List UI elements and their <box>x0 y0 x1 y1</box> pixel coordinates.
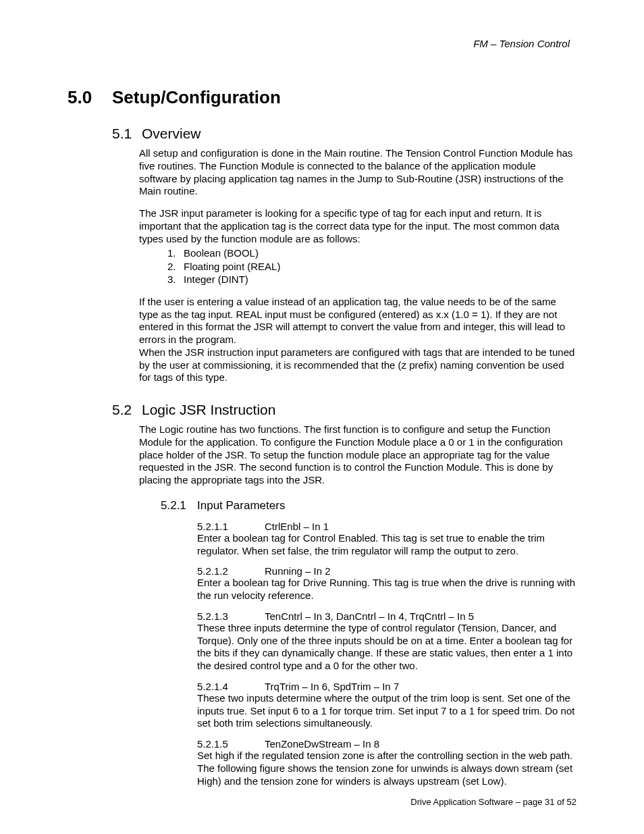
list-item-number: 3. <box>167 273 184 286</box>
heading-4-title: CtrlEnbl – In 1 <box>265 521 329 532</box>
heading-2-title: Overview <box>142 126 201 142</box>
heading-1-title: Setup/Configuration <box>112 87 281 108</box>
list-item-text: Boolean (BOOL) <box>184 246 259 260</box>
list-item-text: Floating point (REAL) <box>184 260 280 273</box>
paragraph: These three inputs determine the type of… <box>197 622 576 673</box>
heading-4-number: 5.2.1.1 <box>197 521 265 532</box>
document-page: FM – Tension Control 5.0 Setup/Configura… <box>0 0 644 834</box>
heading-3-number: 5.2.1 <box>161 499 197 513</box>
list-item: 2. Floating point (REAL) <box>167 260 576 273</box>
list-item-text: Integer (DINT) <box>184 273 248 286</box>
paragraph: The JSR input parameter is looking for a… <box>139 207 576 245</box>
paragraph: If the user is entering a value instead … <box>139 296 576 346</box>
heading-4-title: TenCntrl – In 3, DanCntrl – In 4, TrqCnt… <box>265 610 474 622</box>
heading-4: 5.2.1.3 TenCntrl – In 3, DanCntrl – In 4… <box>197 610 576 622</box>
paragraph: When the JSR instruction input parameter… <box>139 346 576 384</box>
heading-4: 5.2.1.4 TrqTrim – In 6, SpdTrim – In 7 <box>197 681 576 692</box>
heading-4-title: Running – In 2 <box>265 565 331 577</box>
list-item-number: 1. <box>167 246 184 260</box>
heading-4-number: 5.2.1.5 <box>197 738 265 750</box>
page-header-right: FM – Tension Control <box>68 38 576 49</box>
paragraph: These two inputs determine where the out… <box>197 692 576 730</box>
heading-4: 5.2.1.2 Running – In 2 <box>197 565 576 577</box>
heading-2-number: 5.1 <box>112 126 142 142</box>
heading-4-title: TrqTrim – In 6, SpdTrim – In 7 <box>265 681 399 692</box>
heading-3-title: Input Parameters <box>197 499 285 513</box>
heading-4-number: 5.2.1.3 <box>197 610 265 622</box>
heading-4: 5.2.1.1 CtrlEnbl – In 1 <box>197 521 576 532</box>
paragraph: All setup and configuration is done in t… <box>139 147 576 198</box>
list-item-number: 2. <box>167 260 184 273</box>
paragraph: Set high if the regulated tension zone i… <box>197 750 576 787</box>
page-footer: Drive Application Software – page 31 of … <box>410 797 576 807</box>
heading-4-title: TenZoneDwStream – In 8 <box>265 738 379 750</box>
list-item: 1. Boolean (BOOL) <box>167 246 576 260</box>
heading-4-number: 5.2.1.2 <box>197 565 265 577</box>
heading-2-overview: 5.1 Overview <box>112 126 576 142</box>
heading-2-logic-jsr: 5.2 Logic JSR Instruction <box>112 402 576 418</box>
paragraph: Enter a boolean tag for Drive Running. T… <box>197 577 576 602</box>
paragraph: Enter a boolean tag for Control Enabled.… <box>197 532 576 558</box>
heading-2-title: Logic JSR Instruction <box>142 402 275 418</box>
heading-1: 5.0 Setup/Configuration <box>68 87 576 108</box>
heading-4-number: 5.2.1.4 <box>197 681 265 692</box>
paragraph: The Logic routine has two functions. The… <box>139 423 576 487</box>
ordered-list: 1. Boolean (BOOL) 2. Floating point (REA… <box>167 246 576 286</box>
heading-1-number: 5.0 <box>68 87 112 108</box>
heading-4: 5.2.1.5 TenZoneDwStream – In 8 <box>197 738 576 750</box>
list-item: 3. Integer (DINT) <box>167 273 576 286</box>
heading-3-input-parameters: 5.2.1 Input Parameters <box>161 499 576 513</box>
heading-2-number: 5.2 <box>112 402 142 418</box>
